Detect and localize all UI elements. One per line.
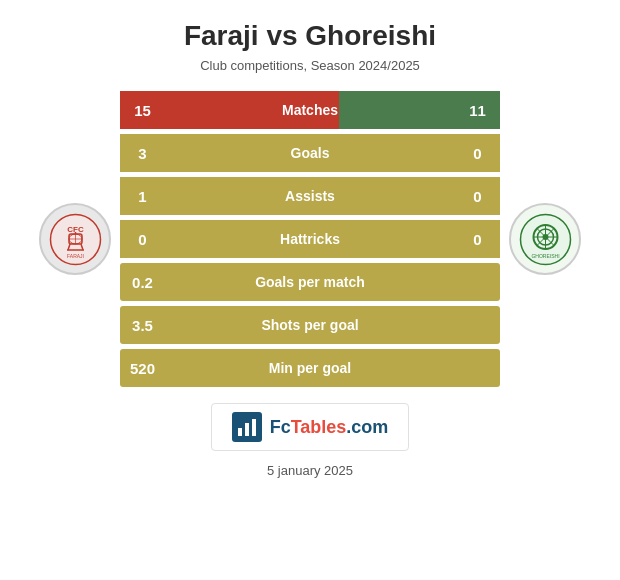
min-per-goal-val: 520 <box>120 360 165 377</box>
svg-point-18 <box>542 234 548 240</box>
fctables-fc: Fc <box>270 417 291 437</box>
fctables-com: .com <box>346 417 388 437</box>
fctables-icon <box>232 412 262 442</box>
left-logo-circle: CFC FARAJI <box>39 203 111 275</box>
stat-row-shots-per-goal: 3.5 Shots per goal <box>120 306 500 344</box>
hattricks-right-val: 0 <box>455 231 500 248</box>
page: Faraji vs Ghoreishi Club competitions, S… <box>0 0 620 580</box>
assists-label: Assists <box>165 188 455 204</box>
goals-per-match-label: Goals per match <box>165 274 455 290</box>
matches-left-val: 15 <box>120 102 165 119</box>
svg-rect-20 <box>238 428 242 436</box>
hattricks-left-val: 0 <box>120 231 165 248</box>
stat-row-goals-per-match: 0.2 Goals per match <box>120 263 500 301</box>
main-content: CFC FARAJI <box>10 91 610 387</box>
faraji-logo-icon: CFC FARAJI <box>48 212 103 267</box>
right-team-logo: GHOREISHI <box>500 203 590 275</box>
goals-right-val: 0 <box>455 145 500 162</box>
fctables-text: FcTables.com <box>270 417 389 438</box>
right-logo-circle: GHOREISHI <box>509 203 581 275</box>
stat-row-assists: 1 Assists 0 <box>120 177 500 215</box>
page-title: Faraji vs Ghoreishi <box>184 20 436 52</box>
shots-per-goal-label: Shots per goal <box>165 317 455 333</box>
goals-label: Goals <box>165 145 455 161</box>
date-label: 5 january 2025 <box>267 463 353 478</box>
shots-per-goal-val: 3.5 <box>120 317 165 334</box>
svg-text:FARAJI: FARAJI <box>67 253 84 259</box>
stat-row-goals: 3 Goals 0 <box>120 134 500 172</box>
stat-row-min-per-goal: 520 Min per goal <box>120 349 500 387</box>
left-team-logo: CFC FARAJI <box>30 203 120 275</box>
svg-text:GHOREISHI: GHOREISHI <box>531 253 559 259</box>
matches-label: Matches <box>165 102 455 118</box>
fctables-tables: Tables <box>291 417 347 437</box>
fctables-logo[interactable]: FcTables.com <box>211 403 410 451</box>
min-per-goal-label: Min per goal <box>165 360 455 376</box>
stat-row-hattricks: 0 Hattricks 0 <box>120 220 500 258</box>
goals-left-val: 3 <box>120 145 165 162</box>
assists-left-val: 1 <box>120 188 165 205</box>
goals-per-match-val: 0.2 <box>120 274 165 291</box>
svg-rect-22 <box>252 419 256 436</box>
fctables-chart-icon <box>236 416 258 438</box>
assists-right-val: 0 <box>455 188 500 205</box>
matches-right-val: 11 <box>455 102 500 119</box>
svg-rect-21 <box>245 423 249 436</box>
ghoreishi-logo-icon: GHOREISHI <box>518 212 573 267</box>
subtitle: Club competitions, Season 2024/2025 <box>200 58 420 73</box>
stats-block: 15 Matches 11 3 Goals 0 1 <box>120 91 500 387</box>
hattricks-label: Hattricks <box>165 231 455 247</box>
stat-row-matches: 15 Matches 11 <box>120 91 500 129</box>
